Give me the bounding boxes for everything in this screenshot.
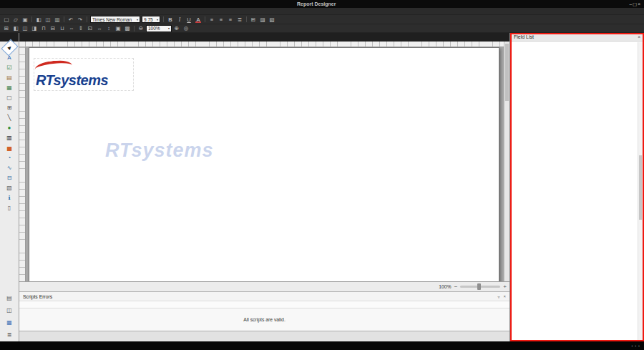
undo-icon[interactable]: ↶ [67, 16, 75, 24]
crossband-tool[interactable]: ▯ [4, 203, 16, 213]
taskbar: ▪▪▪ [0, 341, 644, 350]
richtext-tool[interactable]: ▤ [4, 73, 16, 82]
background-color-icon[interactable]: ▨ [258, 16, 267, 24]
tray-icon[interactable]: ▪ [638, 344, 640, 348]
layout-icon-group: ⊞◧◫◨⊓⊟⊔⇔⇕⊡↔↕▣▩ [2, 24, 132, 32]
font-color-button[interactable]: A [194, 16, 203, 24]
zoom-slider[interactable] [460, 286, 500, 288]
justify-icon[interactable]: ≣ [235, 16, 244, 24]
error-grid-header [19, 301, 509, 308]
maximize-button[interactable]: ▢ [633, 1, 637, 7]
toolbox-tools: ►A☑▤▦▢⊞╲●▥▅◔∿⊟▧ℹ▯ [0, 42, 19, 213]
style-icon[interactable]: ▧ [268, 16, 276, 24]
list-tool[interactable]: ≣ [4, 330, 16, 339]
bold-button[interactable]: B [166, 16, 175, 24]
space-horizontally-icon[interactable]: ↔ [95, 24, 104, 32]
file-icon-group: ▢▱▣ [2, 16, 29, 24]
chart-tool[interactable]: ▅ [4, 143, 16, 152]
view-tab-bar: 100% − + [19, 281, 509, 291]
space-vertically-icon[interactable]: ↕ [104, 24, 113, 32]
barcode-tool[interactable]: ▥ [4, 133, 16, 142]
borders-icon[interactable]: ⊞ [249, 16, 258, 24]
save-report-icon[interactable]: ▣ [21, 16, 29, 24]
checkbox-tool[interactable]: ☑ [4, 63, 16, 72]
toolbar-separator [87, 16, 87, 22]
scrollbar-thumb[interactable] [505, 44, 509, 101]
chevron-down-icon: ▾ [168, 26, 170, 30]
scripts-errors-title: Scripts Errors [23, 294, 52, 299]
report-designer-window: Report Designer –▢× ▢▱▣ ◧◫▥ ↶↷ Times New… [0, 0, 644, 350]
scripts-errors-header: Scripts Errors ▿ × [19, 292, 509, 301]
italic-button[interactable]: I [175, 16, 184, 24]
align-middles-icon[interactable]: ⊟ [49, 24, 57, 32]
layout-toolbar: ⊞◧◫◨⊓⊟⊔⇔⇕⊡↔↕▣▩ ⊖ 100% ▾ ⊕◎ [0, 24, 644, 33]
underline-button[interactable]: U [185, 16, 193, 24]
align-right-edges-icon[interactable]: ◨ [30, 24, 39, 32]
same-width-icon[interactable]: ⇔ [67, 24, 76, 32]
pivotgrid-tool[interactable]: ⊟ [4, 173, 16, 183]
error-grid-body: All scripts are valid. [19, 308, 509, 331]
zoom-in-icon[interactable]: ⊕ [172, 24, 181, 32]
zoom-in-button[interactable]: + [503, 283, 507, 290]
title-bar: Report Designer –▢× [0, 0, 644, 8]
font-name-combo[interactable]: Times New Roman ▾ [90, 16, 140, 23]
design-vertical-scrollbar[interactable] [504, 42, 509, 281]
zoom-out-group: ⊖ [137, 24, 145, 32]
company-logo[interactable]: RTsystems [34, 58, 134, 91]
redo-icon[interactable]: ↷ [76, 16, 84, 24]
table-tool[interactable]: ⊞ [4, 103, 16, 112]
field-list-title: Field List [514, 34, 534, 39]
pin-icon[interactable]: ▿ [497, 294, 499, 299]
align-left-icon[interactable]: ≡ [208, 16, 216, 24]
close-icon[interactable]: × [503, 294, 506, 299]
zoom-level: 100% [439, 284, 451, 289]
close-icon[interactable]: × [638, 34, 640, 39]
print-preview-tool[interactable]: ▤ [4, 293, 16, 303]
zoom-slider-thumb[interactable] [477, 283, 481, 290]
pageinfo-tool[interactable]: ℹ [4, 193, 16, 203]
field-list-panel: Field List × [509, 33, 644, 341]
design-surface[interactable]: RTsystems RTsystems [19, 42, 509, 281]
close-button[interactable]: × [638, 1, 640, 6]
font-size-combo[interactable]: 9.75 ▾ [142, 16, 160, 23]
align-center-icon[interactable]: ≡ [217, 16, 225, 24]
same-size-icon[interactable]: ⊡ [86, 24, 94, 32]
align-left-edges-icon[interactable]: ◧ [11, 24, 20, 32]
minimize-button[interactable]: – [629, 1, 632, 6]
tray-icon[interactable]: ▪ [632, 344, 633, 348]
line-tool[interactable]: ╲ [4, 113, 16, 122]
shape-tool[interactable]: ● [4, 123, 16, 132]
cut-icon[interactable]: ◧ [34, 16, 43, 24]
align-bottoms-icon[interactable]: ⊔ [58, 24, 67, 32]
clipboard-icon-group: ◧◫▥ [34, 16, 62, 24]
gauge-tool[interactable]: ◔ [4, 153, 16, 162]
open-report-icon[interactable]: ▱ [11, 16, 20, 24]
send-to-back-icon[interactable]: ▩ [123, 24, 132, 32]
bring-to-front-icon[interactable]: ▣ [114, 24, 122, 32]
report-page[interactable]: RTsystems RTsystems [29, 47, 499, 281]
logo-text: RTsystems [36, 72, 108, 89]
new-report-icon[interactable]: ▢ [2, 16, 11, 24]
align-right-icon[interactable]: ≡ [226, 16, 235, 24]
font-name-value: Times New Roman [92, 17, 135, 22]
zoom-out-icon[interactable]: ⊖ [137, 24, 145, 32]
panel-tool[interactable]: ▢ [4, 93, 16, 102]
toolbox-bottom-tools: ▤◫▦≣ [0, 292, 19, 341]
field-list-scrollbar[interactable] [638, 42, 643, 340]
align-centers-icon[interactable]: ◫ [21, 24, 29, 32]
magnifier-icon[interactable]: ◎ [182, 24, 190, 32]
same-height-icon[interactable]: ⇕ [77, 24, 85, 32]
scrollbar-thumb[interactable] [639, 155, 642, 220]
grid-tool[interactable]: ▦ [4, 318, 16, 327]
tray-icon[interactable]: ▪ [635, 344, 636, 348]
sparkline-tool[interactable]: ∿ [4, 163, 16, 172]
subreport-tool[interactable]: ▧ [4, 183, 16, 193]
zoom-combo[interactable]: 100% ▾ [146, 25, 172, 32]
copy-icon[interactable]: ◫ [44, 16, 52, 24]
page-setup-tool[interactable]: ◫ [4, 306, 16, 315]
paste-icon[interactable]: ▥ [53, 16, 62, 24]
align-tops-icon[interactable]: ⊓ [39, 24, 48, 32]
picturebox-tool[interactable]: ▦ [4, 83, 16, 92]
snap-to-grid-icon[interactable]: ⊞ [2, 24, 11, 32]
zoom-out-button[interactable]: − [454, 283, 458, 290]
